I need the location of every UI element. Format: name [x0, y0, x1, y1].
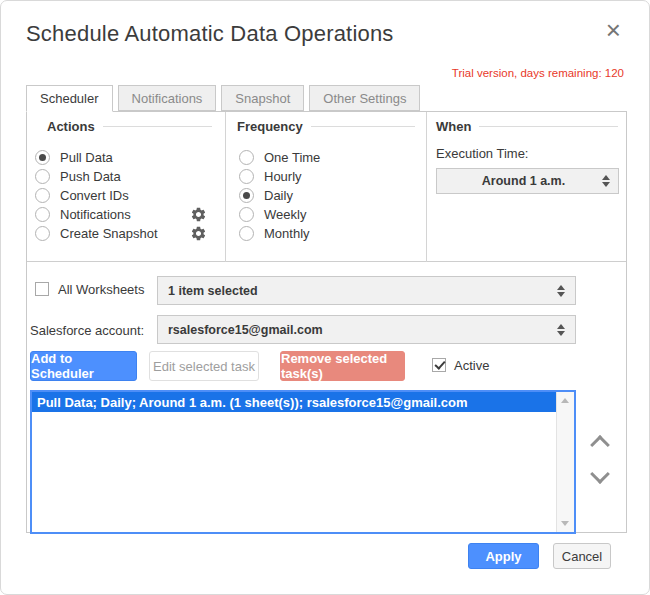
radio-icon[interactable] [239, 150, 254, 165]
salesforce-account-select[interactable]: rsalesforce15@gmail.com [157, 315, 576, 344]
edit-selected-task-button[interactable]: Edit selected task [149, 351, 259, 381]
execution-time-select[interactable]: Around 1 a.m. [436, 168, 619, 194]
task-listbox[interactable]: Pull Data; Daily; Around 1 a.m. (1 sheet… [30, 390, 576, 534]
radio-icon[interactable] [239, 226, 254, 241]
radio-icon[interactable] [239, 188, 254, 203]
radio-create-snapshot[interactable]: Create Snapshot [35, 224, 207, 243]
column-divider [426, 112, 427, 262]
task-list-item[interactable]: Pull Data; Daily; Around 1 a.m. (1 sheet… [32, 392, 557, 412]
radio-hourly[interactable]: Hourly [239, 167, 409, 186]
radio-daily[interactable]: Daily [239, 186, 409, 205]
radio-push-data[interactable]: Push Data [35, 167, 207, 186]
gear-icon[interactable] [190, 225, 207, 242]
schedule-dialog: Schedule Automatic Data Operations × Tri… [0, 0, 650, 595]
when-legend: When [436, 119, 618, 134]
remove-selected-tasks-button[interactable]: Remove selected task(s) [280, 351, 405, 381]
worksheets-select[interactable]: 1 item selected [157, 276, 576, 305]
listbox-scrollbar[interactable] [556, 392, 574, 532]
spinner-icon [557, 285, 565, 297]
radio-icon[interactable] [35, 188, 50, 203]
column-divider [225, 112, 226, 262]
trial-notice: Trial version, days remaining: 120 [452, 67, 624, 79]
actions-legend: Actions [47, 119, 212, 134]
radio-icon[interactable] [239, 207, 254, 222]
legend-rule [311, 126, 415, 127]
scroll-up-icon[interactable] [561, 398, 569, 403]
radio-icon[interactable] [35, 150, 50, 165]
options-row: Actions Frequency When Pull Data Push Da… [27, 112, 626, 262]
tab-snapshot[interactable]: Snapshot [221, 85, 304, 111]
cancel-button[interactable]: Cancel [553, 543, 611, 569]
legend-rule [103, 126, 212, 127]
close-icon[interactable]: × [606, 17, 621, 43]
all-worksheets-checkbox[interactable] [35, 282, 49, 296]
execution-time-label: Execution Time: [436, 146, 529, 161]
active-label: Active [454, 358, 489, 373]
tab-scheduler[interactable]: Scheduler [26, 85, 113, 112]
radio-notifications[interactable]: Notifications [35, 205, 207, 224]
apply-button[interactable]: Apply [468, 543, 539, 569]
radio-one-time[interactable]: One Time [239, 148, 409, 167]
tab-notifications[interactable]: Notifications [118, 85, 217, 111]
add-to-scheduler-button[interactable]: Add to Scheduler [30, 351, 137, 381]
scheduler-panel: Actions Frequency When Pull Data Push Da… [26, 111, 627, 533]
radio-icon[interactable] [35, 169, 50, 184]
scroll-down-icon[interactable] [561, 521, 569, 526]
actions-radio-group: Pull Data Push Data Convert IDs Notifica… [35, 148, 207, 243]
radio-pull-data[interactable]: Pull Data [35, 148, 207, 167]
page-title: Schedule Automatic Data Operations [26, 21, 394, 47]
frequency-legend: Frequency [237, 119, 415, 134]
gear-icon[interactable] [190, 206, 207, 223]
frequency-radio-group: One Time Hourly Daily Weekly Monthly [239, 148, 409, 243]
all-worksheets-label: All Worksheets [58, 282, 144, 297]
radio-monthly[interactable]: Monthly [239, 224, 409, 243]
salesforce-account-label: Salesforce account: [30, 323, 144, 338]
radio-weekly[interactable]: Weekly [239, 205, 409, 224]
tab-bar: Scheduler Notifications Snapshot Other S… [26, 85, 420, 112]
radio-icon[interactable] [35, 207, 50, 222]
spinner-icon [602, 175, 610, 187]
radio-icon[interactable] [35, 226, 50, 241]
active-checkbox[interactable] [432, 358, 446, 372]
tab-other-settings[interactable]: Other Settings [309, 85, 420, 111]
legend-rule [479, 126, 618, 127]
spinner-icon [557, 324, 565, 336]
radio-convert-ids[interactable]: Convert IDs [35, 186, 207, 205]
radio-icon[interactable] [239, 169, 254, 184]
